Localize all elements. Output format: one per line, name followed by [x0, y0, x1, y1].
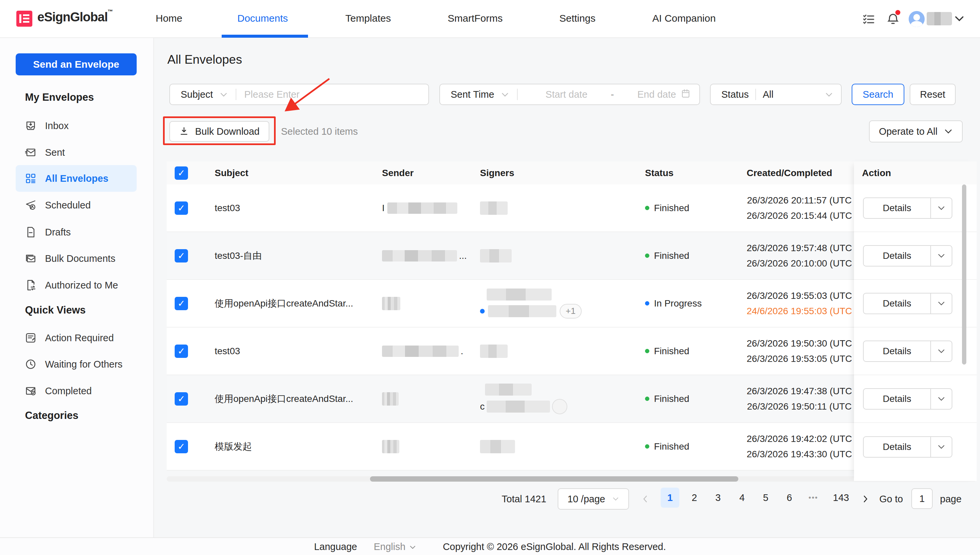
sidebar-item-bulk-documents[interactable]: Bulk Documents	[16, 245, 137, 272]
status-dot	[645, 253, 649, 258]
details-button[interactable]: Details	[863, 293, 952, 314]
redacted-sender	[382, 392, 399, 406]
details-button[interactable]: Details	[863, 436, 952, 457]
cell-dates: 26/3/2026 20:11:57 (UTC 26/3/2026 20:15:…	[747, 184, 852, 231]
page-size-select[interactable]: 10 /page	[558, 488, 629, 510]
pagination-page-4[interactable]: 4	[733, 488, 751, 508]
user-avatar[interactable]	[909, 11, 925, 27]
row-checkbox[interactable]: ✓	[175, 392, 188, 406]
status-filter-label: Status	[721, 89, 749, 100]
nav-ai-companion[interactable]: AI Companion	[652, 13, 716, 24]
cell-subject: 使用openApi接口createAndStar...	[215, 280, 353, 327]
cell-dates: 26/3/2026 19:50:30 (UTC 26/3/2026 19:53:…	[747, 327, 852, 375]
pagination-page-1[interactable]: 1	[661, 488, 679, 508]
row-checkbox[interactable]: ✓	[175, 440, 188, 453]
pagination-page-6[interactable]: 6	[780, 488, 799, 508]
action-row: Details	[854, 184, 977, 232]
row-checkbox[interactable]: ✓	[175, 345, 188, 358]
row-checkbox[interactable]: ✓	[175, 201, 188, 215]
start-date-input[interactable]: Start date	[546, 89, 588, 100]
nav-templates[interactable]: Templates	[345, 13, 448, 24]
pagination-page-2[interactable]: 2	[685, 488, 703, 508]
action-column-panel: Action Details Details Details	[854, 162, 977, 481]
details-button[interactable]: Details	[863, 388, 952, 409]
details-dropdown-toggle[interactable]	[930, 341, 952, 361]
pagination-next[interactable]	[862, 488, 869, 510]
pagination-page-5[interactable]: 5	[756, 488, 775, 508]
subject-filter-label[interactable]: Subject	[181, 89, 213, 100]
calendar-icon[interactable]	[681, 88, 691, 101]
sidebar-item-all-envelopes[interactable]: All Envelopes	[16, 165, 137, 192]
sidebar-item-action-required[interactable]: Action Required	[16, 324, 137, 351]
pagination-page-3[interactable]: 3	[709, 488, 727, 508]
nav-documents[interactable]: Documents	[237, 13, 345, 24]
cell-subject: 使用openApi接口createAndStar...	[215, 375, 353, 422]
clock-icon	[25, 359, 36, 370]
sidebar-item-sent[interactable]: Sent	[16, 139, 137, 166]
subject-search-input[interactable]: Please Enter	[244, 89, 300, 100]
redacted-signer	[480, 345, 508, 358]
select-all-checkbox[interactable]: ✓	[175, 167, 188, 180]
row-checkbox[interactable]: ✓	[175, 249, 188, 263]
col-sender: Sender	[382, 162, 414, 184]
pagination-prev[interactable]	[642, 488, 649, 510]
details-button[interactable]: Details	[863, 197, 952, 219]
action-row: Details	[854, 423, 977, 471]
account-chevron-down-icon[interactable]	[954, 14, 965, 23]
details-dropdown-toggle[interactable]	[930, 389, 952, 409]
task-list-icon[interactable]	[862, 13, 875, 26]
pagination-total: Total 1421	[502, 488, 546, 510]
sidebar-item-authorized-to-me[interactable]: Authorized to Me	[16, 272, 137, 298]
goto-page-input[interactable]	[911, 488, 933, 509]
cell-dates: 26/3/2026 19:55:03 (UTC 24/6/2026 19:55:…	[747, 280, 852, 327]
vertical-scrollbar-thumb[interactable]	[962, 184, 966, 364]
reset-button[interactable]: Reset	[910, 84, 956, 105]
sidebar-item-inbox[interactable]: Inbox	[16, 112, 137, 139]
sent-envelope-icon	[25, 147, 36, 158]
end-date-input[interactable]: End date	[637, 89, 676, 100]
cell-subject: 模版发起	[215, 423, 252, 470]
notification-bell-icon[interactable]	[886, 12, 900, 26]
nav-home[interactable]: Home	[156, 13, 237, 24]
status-chevron-down-icon[interactable]	[825, 89, 833, 100]
redacted-signer	[485, 383, 532, 396]
send-envelope-button[interactable]: Send an Envelope	[16, 53, 137, 75]
draft-document-icon	[25, 226, 36, 238]
row-checkbox[interactable]: ✓	[175, 297, 188, 310]
sidebar-item-scheduled[interactable]: Scheduled	[16, 192, 137, 218]
nav-settings[interactable]: Settings	[560, 13, 652, 24]
details-button[interactable]: Details	[863, 340, 952, 362]
search-button[interactable]: Search	[852, 84, 904, 105]
language-chevron-down-icon[interactable]	[409, 541, 416, 552]
pagination-ellipsis[interactable]: •••	[804, 488, 823, 508]
cell-signers	[480, 184, 508, 231]
operate-to-all-button[interactable]: Operate to All	[869, 120, 962, 143]
redacted-signer	[480, 201, 508, 215]
details-dropdown-toggle[interactable]	[930, 437, 952, 457]
language-select[interactable]: English	[374, 541, 405, 552]
chevron-down-icon	[937, 205, 945, 211]
page-size-chevron-down-icon	[612, 496, 619, 502]
status-filter: Status All	[710, 84, 842, 105]
cell-signers	[480, 327, 508, 375]
sidebar-item-drafts[interactable]: Drafts	[16, 219, 137, 245]
horizontal-scrollbar-thumb[interactable]	[370, 476, 739, 482]
action-row: Details	[854, 375, 977, 423]
sidebar-item-completed[interactable]: Completed	[16, 377, 137, 404]
more-signers-badge[interactable]: +1	[560, 304, 582, 319]
pagination-page-143[interactable]: 143	[826, 488, 856, 508]
bulk-download-button[interactable]: Bulk Download	[169, 121, 269, 142]
status-filter-value[interactable]: All	[763, 89, 773, 100]
details-button[interactable]: Details	[863, 245, 952, 266]
nav-smartforms[interactable]: SmartForms	[448, 13, 560, 24]
sent-time-label[interactable]: Sent Time	[451, 89, 494, 100]
details-dropdown-toggle[interactable]	[930, 294, 952, 313]
sent-time-chevron-down-icon[interactable]	[501, 89, 509, 100]
chevron-down-icon	[937, 253, 945, 259]
details-dropdown-toggle[interactable]	[930, 246, 952, 266]
subject-chevron-down-icon[interactable]	[220, 89, 228, 100]
details-dropdown-toggle[interactable]	[930, 198, 952, 218]
sidebar-item-waiting-for-others[interactable]: Waiting for Others	[16, 351, 137, 377]
redacted-sender	[382, 250, 457, 261]
cell-status: Finished	[645, 423, 689, 470]
